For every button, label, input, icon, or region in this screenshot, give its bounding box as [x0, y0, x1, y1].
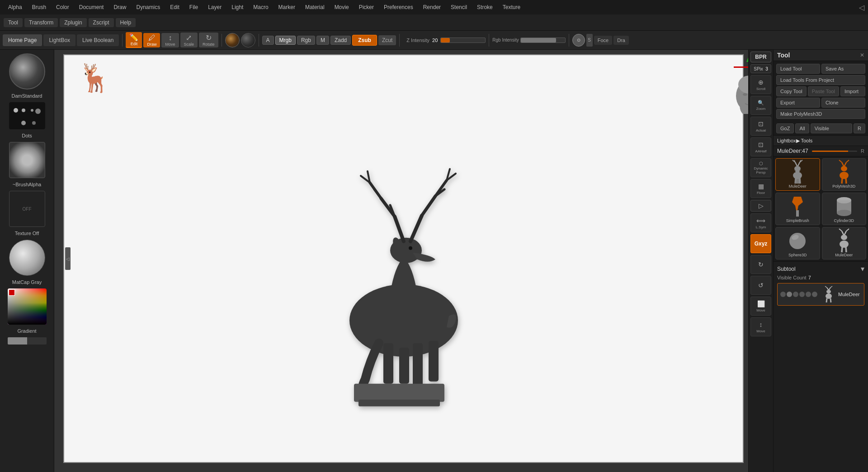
panel-toggle-icon[interactable]: ◁ [859, 3, 864, 12]
goz-btn[interactable]: GoZ [776, 123, 794, 133]
load-tools-from-project-btn[interactable]: Load Tools From Project [776, 75, 865, 85]
channel-a-btn[interactable]: A [262, 36, 274, 45]
collapse-arrow-btn[interactable]: ▷ [750, 200, 771, 212]
matcap-sphere-btn[interactable] [241, 33, 255, 47]
toolbar-help[interactable]: Help [116, 18, 136, 27]
tool-sphere3d[interactable]: Sphere3D [775, 227, 820, 260]
dra-btn[interactable]: Dra [613, 36, 629, 45]
scale-btn[interactable]: ⤢ Scale [180, 33, 198, 47]
load-tool-btn[interactable]: Load Tool [776, 64, 820, 74]
z-intensity-slider[interactable] [440, 38, 486, 43]
color-picker[interactable] [8, 288, 47, 325]
move-btn[interactable]: ↕ Move [161, 33, 179, 47]
color-swatch[interactable] [9, 289, 15, 296]
menu-draw[interactable]: Draw [109, 2, 131, 12]
menu-light[interactable]: Light [227, 2, 248, 12]
floor-btn[interactable]: ▦ Floor [750, 179, 771, 198]
tool-muledeer2[interactable]: MuleDeer [822, 227, 867, 260]
scroll-btn[interactable]: ⊕ Scroll [750, 75, 771, 94]
move-canvas-btn[interactable]: ↕ Move [750, 317, 771, 336]
home-page-btn[interactable]: Home Page [3, 34, 42, 46]
alpha-preview[interactable] [9, 142, 45, 178]
menu-document[interactable]: Document [75, 2, 108, 12]
subtool-label[interactable]: Subtool [777, 265, 796, 273]
zoom-btn[interactable]: 🔍 Zoom [750, 96, 771, 115]
visibility-dot-4[interactable] [799, 292, 805, 297]
camera-btn[interactable]: ⊙ [572, 34, 585, 47]
menu-texture[interactable]: Texture [498, 2, 525, 12]
brush-color-sphere[interactable] [225, 33, 240, 47]
visibility-dot-3[interactable] [793, 292, 798, 297]
toolbar-tool[interactable]: Tool [4, 18, 23, 27]
menu-picker[interactable]: Picker [354, 2, 378, 12]
tool-muledeer[interactable]: MuleDeer [775, 158, 820, 191]
dynamic-persp-btn[interactable]: ⬡ DynamicPersp [750, 158, 771, 177]
import-btn[interactable]: Import [840, 86, 865, 96]
menu-render[interactable]: Render [419, 2, 445, 12]
brush-preview[interactable] [9, 53, 45, 90]
visibility-dot-5[interactable] [806, 292, 811, 297]
menu-stroke[interactable]: Stroke [472, 2, 497, 12]
copy-tool-btn[interactable]: Copy Tool [776, 86, 807, 96]
aahalf-btn[interactable]: ⊡ AAHalf [750, 137, 771, 156]
subtool-muledeer-item[interactable]: MuleDeer [777, 283, 864, 306]
canvas-left-arrow[interactable]: ◁ [65, 247, 71, 270]
menu-layer[interactable]: Layer [203, 2, 226, 12]
rotate-btn[interactable]: ↻ Rotate [199, 33, 218, 47]
channel-rgb-btn[interactable]: Rgb [297, 36, 315, 45]
menu-marker[interactable]: Marker [274, 2, 300, 12]
lightbox-btn[interactable]: LightBox [43, 34, 75, 46]
lsym-btn[interactable]: ⟺ L.Sym [750, 213, 771, 232]
make-polymesh3d-btn[interactable]: Make PolyMesh3D [776, 109, 865, 119]
zcut-btn[interactable]: Zcut [378, 35, 396, 45]
toolbar-zscript[interactable]: Zscript [89, 18, 114, 27]
tool-cylinder3d[interactable]: Cylinder3D [822, 193, 867, 225]
toolbar-transform[interactable]: Transform [24, 18, 58, 27]
menu-material[interactable]: Material [301, 2, 329, 12]
toolbar-zplugin[interactable]: Zplugin [60, 18, 86, 27]
live-boolean-btn[interactable]: Live Boolean [77, 34, 119, 46]
channel-mrgb-btn[interactable]: Mrgb [275, 36, 296, 45]
actual-btn[interactable]: ⊡ Actual [750, 117, 771, 136]
channel-zadd-btn[interactable]: Zadd [330, 36, 351, 45]
lightbox-tools-row[interactable]: Lightbox▶ Tools [774, 136, 868, 146]
right-panel-close-btn[interactable]: ✕ [860, 52, 864, 58]
menu-alpha[interactable]: Alpha [4, 2, 27, 12]
tool-polymesh3d[interactable]: PolyMesh3D [822, 158, 867, 191]
menu-stencil[interactable]: Stencil [446, 2, 472, 12]
rotate-ccw-btn[interactable]: ↺ [750, 276, 771, 295]
rotate-cw-btn[interactable]: ↻ [750, 255, 771, 274]
menu-movie[interactable]: Movie [330, 2, 354, 12]
draw-btn[interactable]: 🖊 Draw [143, 33, 160, 47]
frame-btn[interactable]: ⬜ Move [750, 297, 771, 316]
tool-simplebrush[interactable]: SimpleBrush [775, 193, 820, 225]
clone-btn[interactable]: Clone [821, 98, 865, 108]
menu-color[interactable]: Color [52, 2, 74, 12]
viewport[interactable]: 🦌 [63, 54, 744, 463]
matcap-preview[interactable] [9, 240, 45, 276]
dots-preview[interactable] [9, 102, 45, 129]
bpr-btn[interactable]: BPR [750, 52, 771, 62]
visibility-dot-1[interactable] [780, 292, 786, 297]
foce-btn[interactable]: Foce [594, 36, 612, 45]
channel-m-btn[interactable]: M [316, 36, 329, 45]
texture-preview[interactable]: OFF [9, 191, 45, 227]
menu-preferences[interactable]: Preferences [379, 2, 418, 12]
muledeer-slider[interactable] [812, 151, 857, 152]
camera-toggle[interactable]: S [586, 34, 593, 47]
visibility-dot-2[interactable] [787, 292, 792, 297]
spix-badge[interactable]: SPix 3 [750, 64, 771, 73]
save-as-btn[interactable]: Save As [821, 64, 865, 74]
r-btn[interactable]: R [854, 123, 865, 133]
visible-btn[interactable]: Visible [811, 123, 852, 133]
menu-macro[interactable]: Macro [249, 2, 273, 12]
menu-file[interactable]: File [185, 2, 203, 12]
rgb-intensity-slider[interactable] [520, 38, 566, 43]
zsub-btn[interactable]: Zsub [352, 35, 377, 46]
menu-dynamics[interactable]: Dynamics [132, 2, 165, 12]
subtool-expand-btn[interactable]: ▾ [861, 264, 864, 273]
visibility-dot-6[interactable] [812, 292, 817, 297]
export-btn[interactable]: Export [776, 98, 820, 108]
all-btn[interactable]: All [795, 123, 809, 133]
gxyz-btn[interactable]: Gxyz [750, 234, 771, 253]
